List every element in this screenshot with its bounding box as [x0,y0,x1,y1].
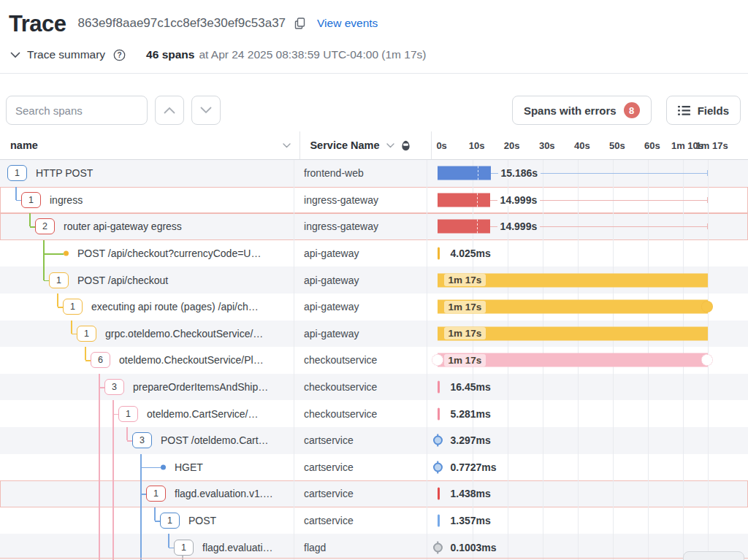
span-name: oteldemo.CartService/… [147,408,259,420]
duration-tick[interactable] [438,488,440,500]
span-name: prepareOrderItemsAndShip… [133,381,268,393]
duration-tick[interactable] [438,515,440,527]
bottom-overlay-button[interactable] [683,551,744,560]
next-error-row-edge [0,558,748,559]
axis-tick-label: 40s [574,140,590,151]
service-color-icon[interactable] [401,140,411,151]
span-waterfall-cell: 0.7727ms [427,454,748,481]
span-count-badge[interactable]: 1 [146,486,166,502]
span-count-badge[interactable]: 1 [49,272,69,288]
gridline [508,400,508,427]
span-row[interactable]: 1grpc.oteldemo.CheckoutService/…api-gate… [0,321,748,348]
service-name-cell: cartservice [294,454,427,481]
span-count-badge[interactable]: 1 [118,406,138,422]
prev-match-button[interactable] [155,96,184,125]
tree-connector [126,427,128,440]
duration-bar[interactable] [438,220,490,234]
span-count-badge[interactable]: 1 [77,326,96,342]
span-row[interactable]: 1POSTcartservice1.357ms [0,507,748,534]
grid-header: name Service Name 0s10s20s30s40s50s60s1m… [0,131,748,160]
event-marker[interactable] [433,542,443,552]
span-count-badge[interactable]: 1 [174,540,194,556]
duration-tick[interactable] [438,407,440,420]
span-row[interactable]: 3prepareOrderItemsAndShip…checkoutservic… [0,374,748,401]
gridline [508,534,508,560]
span-row[interactable]: HGETcartservice0.7727ms [0,454,748,481]
duration-bar[interactable] [438,193,490,207]
tree-connector [15,187,17,200]
gridline [613,240,614,267]
axis-tick-label: 30s [539,140,555,151]
column-header-service[interactable]: Service Name [299,131,430,159]
duration-bar[interactable]: 1m 17s [438,273,708,287]
gridline [578,374,579,401]
span-row[interactable]: 1oteldemo.CartService/…checkoutservice5.… [0,400,748,427]
trace-summary-toggle[interactable]: Trace summary ? [10,48,126,61]
span-row[interactable]: 1POST /api/checkoutapi-gateway1m 17s [0,266,748,294]
next-match-button[interactable] [191,96,221,125]
span-row[interactable]: 1executing api route (pages) /api/ch…api… [0,294,748,321]
span-row[interactable]: 6oteldemo.CheckoutService/Pl…checkoutser… [0,347,748,374]
span-name: executing api route (pages) /api/ch… [91,301,259,312]
tree-line [112,534,114,560]
span-name-cell: 3POST /oteldemo.Cart… [0,427,294,454]
span-name: ingress [50,194,83,206]
span-count-badge[interactable]: 3 [132,432,152,448]
duration-tick[interactable] [438,248,440,260]
span-row[interactable]: 1ingressingress-gateway14.999s [0,187,748,214]
gridline [683,507,684,534]
duration-label: 3.297ms [448,434,494,446]
span-name-cell: 6oteldemo.CheckoutService/Pl… [0,347,294,374]
gridline [508,454,508,481]
span-count-badge[interactable]: 1 [21,192,41,208]
duration-label: 1m 17s [444,354,486,367]
column-header-name[interactable]: name [0,131,299,159]
summary-row: Trace summary ? 46 spans at Apr 24 2025 … [0,41,748,74]
duration-bar[interactable]: 1m 17s [438,300,708,314]
duration-tick[interactable] [438,381,440,394]
tree-line [99,454,100,481]
span-row[interactable]: 2router api-gateway egressingress-gatewa… [0,213,748,240]
duration-bar[interactable]: 1m 17s [438,353,708,367]
duration-label: 1m 17s [444,274,486,286]
marker-stub [437,461,438,463]
service-name: api-gateway [304,275,359,286]
event-marker[interactable] [433,436,443,445]
span-count-badge[interactable]: 2 [35,218,55,234]
gridline [683,240,684,267]
copy-trace-id-button[interactable] [293,16,307,31]
tree-line [112,480,114,507]
service-name: checkoutservice [304,354,377,366]
span-count-badge[interactable]: 1 [63,299,83,315]
gridline [683,454,684,481]
gridline [543,454,543,481]
service-name: cartservice [304,515,354,526]
spans-with-errors-button[interactable]: Spans with errors 8 [512,96,652,125]
chevron-down-icon[interactable] [283,143,291,148]
help-icon[interactable]: ? [113,49,126,61]
span-count-badge[interactable]: 3 [104,379,124,395]
trace-id: 863e9f8aae97c1cc8ef3e30ef9c53a37 [78,16,286,31]
duration-bar[interactable]: 1m 17s [438,326,708,340]
span-row[interactable]: 1HTTP POSTfrontend-web15.186s [0,160,748,187]
span-row[interactable]: POST /api/checkout?currencyCode=U…api-ga… [0,240,748,267]
chevron-down-icon [200,107,212,114]
time-axis-header: 0s10s20s30s40s50s60s1m 10s1m 17s [431,131,748,159]
search-input[interactable] [6,96,148,125]
span-row[interactable]: 1flagd.evaluation.v1.…cartservice1.438ms [0,480,748,507]
duration-bar[interactable] [438,166,491,180]
chevron-down-icon[interactable] [386,143,394,148]
fields-button[interactable]: Fields [666,96,741,125]
span-name: HGET [175,461,203,473]
duration-label: 0.7727ms [448,461,500,473]
span-count-badge[interactable]: 6 [91,352,110,368]
duration-label: 1.357ms [448,515,494,526]
span-count-badge[interactable]: 1 [7,165,27,181]
event-marker[interactable] [433,462,443,472]
span-row[interactable]: 1flagd.evaluati…flagd0.1003ms [0,534,748,560]
span-row[interactable]: 3POST /oteldemo.Cart…cartservice3.297ms [0,427,748,454]
tree-connector [168,534,169,547]
span-name: POST /api/checkout?currencyCode=U… [77,248,261,259]
view-events-link[interactable]: View events [317,17,378,30]
span-count-badge[interactable]: 1 [160,513,180,529]
